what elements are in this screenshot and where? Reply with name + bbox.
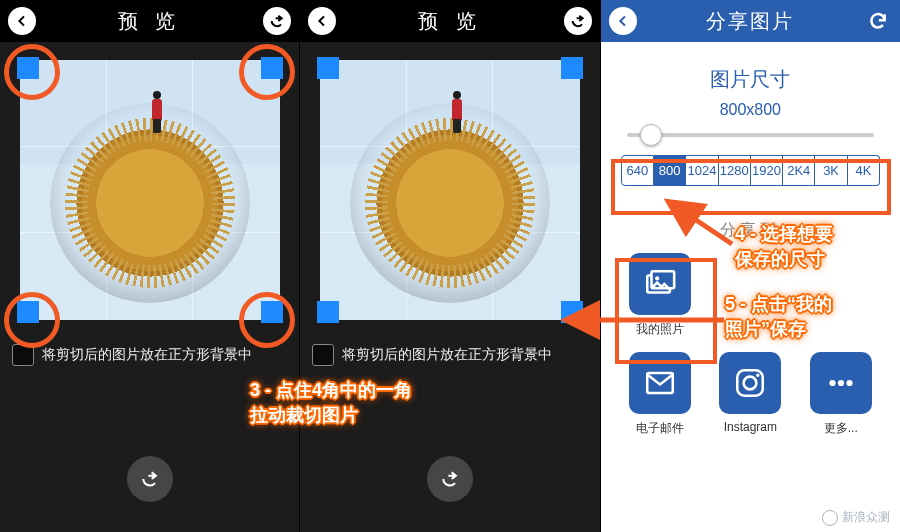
share-button[interactable] bbox=[263, 7, 291, 35]
square-bg-label: 将剪切后的图片放在正方形背景中 bbox=[342, 346, 552, 364]
size-button-3K[interactable]: 3K bbox=[815, 155, 847, 186]
share-panel: 分享图片 图片尺寸 800x800 6408001024128019202K43… bbox=[601, 0, 900, 532]
svg-point-9 bbox=[846, 380, 852, 386]
size-slider-thumb[interactable] bbox=[640, 124, 662, 146]
crop-handle-bottom-right[interactable] bbox=[261, 301, 283, 323]
svg-point-2 bbox=[655, 276, 659, 280]
svg-point-5 bbox=[744, 377, 757, 390]
svg-point-8 bbox=[838, 380, 844, 386]
arrow-left-icon bbox=[14, 13, 30, 29]
share-item-more[interactable]: 更多... bbox=[810, 352, 872, 437]
crop-image bbox=[320, 60, 580, 320]
share-item-my-photos[interactable]: 我的照片 bbox=[629, 253, 691, 338]
size-button-2K4[interactable]: 2K4 bbox=[783, 155, 815, 186]
size-button-640[interactable]: 640 bbox=[621, 155, 654, 186]
instagram-icon bbox=[719, 352, 781, 414]
header-bar: 分享图片 bbox=[601, 0, 900, 42]
back-button[interactable] bbox=[609, 7, 637, 35]
crop-area[interactable] bbox=[20, 60, 280, 320]
back-button[interactable] bbox=[8, 7, 36, 35]
share-grid: 我的照片电子邮件Instagram更多... bbox=[625, 253, 876, 437]
export-button[interactable] bbox=[127, 456, 173, 502]
arrow-left-icon bbox=[615, 13, 631, 29]
size-button-1024[interactable]: 1024 bbox=[686, 155, 718, 186]
share-item-email[interactable]: 电子邮件 bbox=[629, 352, 691, 437]
share-arrow-icon bbox=[440, 469, 460, 489]
share-item-label: 更多... bbox=[810, 420, 872, 437]
share-item-label: 我的照片 bbox=[629, 321, 691, 338]
crop-image bbox=[20, 60, 280, 320]
crop-handle-top-left[interactable] bbox=[317, 57, 339, 79]
preview-panel-1: 预 览 将剪切后的图片放在正方形背景中 bbox=[0, 0, 300, 532]
crop-handle-top-right[interactable] bbox=[561, 57, 583, 79]
size-button-4K[interactable]: 4K bbox=[848, 155, 880, 186]
size-heading: 图片尺寸 bbox=[617, 66, 884, 93]
square-bg-label: 将剪切后的图片放在正方形背景中 bbox=[42, 346, 252, 364]
share-item-label: Instagram bbox=[719, 420, 781, 434]
share-item-label: 电子邮件 bbox=[629, 420, 691, 437]
size-button-1280[interactable]: 1280 bbox=[719, 155, 751, 186]
size-button-800[interactable]: 800 bbox=[654, 155, 686, 186]
size-buttons: 6408001024128019202K43K4K bbox=[621, 155, 880, 186]
page-title: 分享图片 bbox=[706, 8, 794, 35]
email-icon bbox=[629, 352, 691, 414]
refresh-icon bbox=[868, 11, 888, 31]
export-button[interactable] bbox=[427, 456, 473, 502]
share-to-label: 分享到 bbox=[617, 220, 884, 241]
crop-handle-top-right[interactable] bbox=[261, 57, 283, 79]
square-bg-checkbox[interactable] bbox=[12, 344, 34, 366]
refresh-button[interactable] bbox=[864, 7, 892, 35]
header-bar: 预 览 bbox=[0, 0, 299, 42]
header-bar: 预 览 bbox=[300, 0, 599, 42]
square-bg-option: 将剪切后的图片放在正方形背景中 bbox=[312, 344, 587, 366]
crop-handle-bottom-left[interactable] bbox=[17, 301, 39, 323]
svg-point-7 bbox=[829, 380, 835, 386]
crop-area[interactable] bbox=[320, 60, 580, 320]
size-value: 800x800 bbox=[617, 101, 884, 119]
preview-panel-2: 预 览 将剪切后的图片放在正方形背景中 bbox=[300, 0, 600, 532]
share-arrow-icon bbox=[140, 469, 160, 489]
back-button[interactable] bbox=[308, 7, 336, 35]
crop-handle-bottom-left[interactable] bbox=[317, 301, 339, 323]
crop-handle-top-left[interactable] bbox=[17, 57, 39, 79]
square-bg-checkbox[interactable] bbox=[312, 344, 334, 366]
share-button[interactable] bbox=[564, 7, 592, 35]
svg-point-6 bbox=[756, 374, 759, 377]
size-slider[interactable] bbox=[627, 133, 874, 137]
my-photos-icon bbox=[629, 253, 691, 315]
crop-handle-bottom-right[interactable] bbox=[561, 301, 583, 323]
size-button-1920[interactable]: 1920 bbox=[751, 155, 783, 186]
share-arrow-icon bbox=[269, 13, 285, 29]
share-item-instagram[interactable]: Instagram bbox=[719, 352, 781, 437]
page-title: 预 览 bbox=[418, 8, 482, 35]
square-bg-option: 将剪切后的图片放在正方形背景中 bbox=[12, 344, 287, 366]
arrow-left-icon bbox=[314, 13, 330, 29]
page-title: 预 览 bbox=[118, 8, 182, 35]
more-icon bbox=[810, 352, 872, 414]
share-arrow-icon bbox=[570, 13, 586, 29]
